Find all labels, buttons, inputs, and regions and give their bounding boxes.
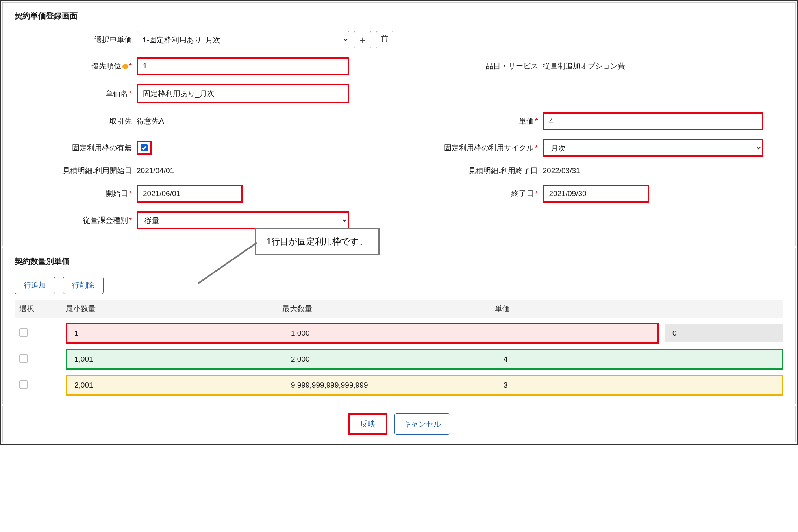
app-frame: 契約単価登録画面 選択中単価 1-固定枠利用あり_月次 ＋ [0, 0, 798, 445]
label-est-end: 見積明細.利用終了日 [405, 166, 543, 176]
item-value: 従量制追加オプション費 [543, 61, 625, 71]
cell-price: 0 [665, 324, 783, 342]
cell-max[interactable]: 9,999,999,999,999,999 [284, 376, 496, 394]
add-row-button[interactable]: 行追加 [15, 277, 55, 294]
label-unit-name: 単価名* [26, 89, 137, 99]
cell-max[interactable]: 2,000 [284, 350, 496, 368]
label-est-start: 見積明細.利用開始日 [26, 166, 137, 176]
cell-min[interactable]: 1 [67, 324, 189, 342]
contract-unit-price-section: 契約単価登録画面 選択中単価 1-固定枠利用あり_月次 ＋ [2, 2, 796, 246]
label-start: 開始日* [26, 188, 137, 199]
cell-min[interactable]: 1,001 [67, 350, 189, 368]
table-row: 2,001 9,999,999,999,999,999 3 [15, 375, 783, 396]
label-selected-unit: 選択中単価 [26, 35, 137, 45]
label-item: 品目・サービス [405, 61, 543, 71]
cell-price[interactable]: 4 [496, 350, 782, 368]
th-price: 単価 [495, 304, 613, 314]
label-end: 終了日* [405, 188, 543, 199]
row-highlight-yellow: 2,001 9,999,999,999,999,999 3 [66, 375, 783, 396]
label-unit-price: 単価* [405, 116, 543, 126]
table-row: 1 1,000 0 [15, 323, 783, 344]
apply-button[interactable]: 反映 [348, 413, 387, 435]
row-highlight-green: 1,001 2,000 4 [66, 349, 783, 370]
label-charge-type: 従量課金種別* [26, 215, 137, 225]
label-fixed-flag: 固定利用枠の有無 [26, 143, 137, 153]
row-checkbox[interactable] [19, 380, 28, 389]
table-row: 1,001 2,000 4 [15, 349, 783, 370]
label-cycle: 固定利用枠の利用サイクル* [405, 143, 543, 153]
cell-min[interactable]: 2,001 [67, 376, 189, 394]
cancel-button[interactable]: キャンセル [394, 413, 450, 435]
label-partner: 取引先 [26, 116, 137, 126]
add-icon-button[interactable]: ＋ [354, 31, 371, 48]
qty-section-title: 契約数量別単価 [15, 256, 783, 267]
priority-input[interactable]: 1 [137, 57, 349, 75]
plus-icon: ＋ [357, 33, 368, 47]
action-bar: 反映 キャンセル [2, 406, 796, 442]
est-start-value: 2021/04/01 [137, 166, 174, 175]
row-highlight-red: 1 1,000 [66, 323, 659, 344]
partner-value: 得意先A [137, 116, 164, 126]
table-header: 選択 最小数量 最大数量 単価 [15, 300, 783, 318]
th-max: 最大数量 [282, 304, 495, 314]
unit-name-input[interactable]: 固定枠利用あり_月次 [137, 84, 349, 103]
charge-type-select[interactable]: 従量 [137, 211, 349, 229]
est-end-value: 2022/03/31 [543, 166, 580, 175]
cell-price[interactable]: 3 [496, 376, 782, 394]
delete-row-button[interactable]: 行削除 [63, 277, 104, 294]
qty-price-section: 1行目が固定利用枠です。 契約数量別単価 行追加 行削除 選択 最小数量 最大数… [2, 248, 796, 404]
start-date-input[interactable]: 2021/06/01 [137, 185, 243, 203]
th-min: 最小数量 [66, 304, 188, 314]
fixed-flag-wrap [137, 141, 152, 155]
callout-box: 1行目が固定利用枠です。 [255, 228, 380, 255]
section-title: 契約単価登録画面 [15, 11, 783, 21]
row-checkbox[interactable] [19, 354, 28, 363]
unit-price-input[interactable]: 4 [543, 112, 763, 130]
cell-max[interactable]: 1,000 [284, 324, 657, 342]
selected-unit-select[interactable]: 1-固定枠利用あり_月次 [137, 31, 349, 48]
trash-icon [380, 34, 389, 46]
label-priority: 優先順位* [26, 61, 137, 71]
fixed-flag-checkbox[interactable] [141, 144, 148, 151]
end-date-input[interactable]: 2021/09/30 [543, 185, 649, 203]
cycle-select[interactable]: 月次 [543, 139, 763, 157]
th-select: 選択 [15, 304, 66, 314]
delete-icon-button[interactable] [376, 31, 393, 48]
row-checkbox[interactable] [19, 328, 28, 337]
